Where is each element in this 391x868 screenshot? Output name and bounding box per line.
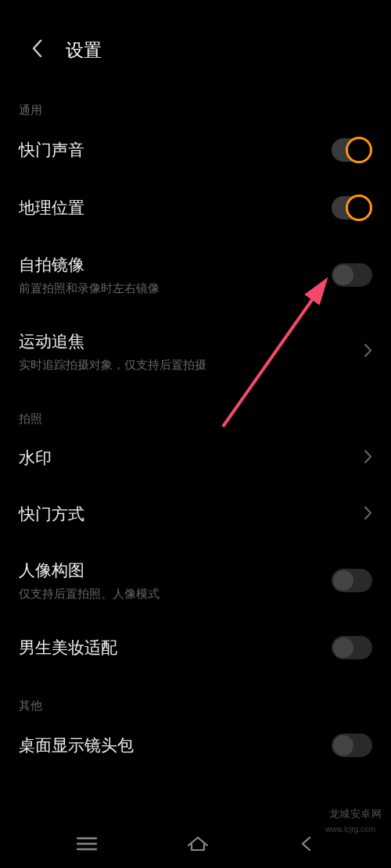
row-motion-track[interactable]: 运动追焦 实时追踪拍摄对象，仅支持后置拍摄 [0,313,391,390]
row-label: 桌面显示镜头包 [19,734,134,756]
row-selfie-mirror[interactable]: 自拍镜像 前置拍照和录像时左右镜像 [0,237,391,313]
row-shutter-sound[interactable]: 快门声音 [0,121,391,179]
row-geolocation[interactable]: 地理位置 [0,179,391,237]
row-watermark[interactable]: 水印 [0,430,391,486]
row-sub: 仅支持后置拍照、人像模式 [19,587,160,602]
row-sub: 实时追踪拍摄对象，仅支持后置拍摄 [19,358,206,373]
row-label: 人像构图 [19,559,160,581]
row-male-beauty[interactable]: 男生美妆适配 [0,619,391,677]
section-header-photo: 拍照 [0,390,391,430]
toggle-desktop-lens[interactable] [332,734,372,757]
row-label: 自拍镜像 [19,254,160,276]
row-label: 水印 [19,447,52,469]
chevron-right-icon [364,343,372,361]
page-title: 设置 [66,38,102,63]
row-desktop-lens[interactable]: 桌面显示镜头包 [0,716,391,774]
section-header-other: 其他 [0,677,391,716]
toggle-shutter-sound[interactable] [332,138,372,162]
toggle-selfie-mirror[interactable] [332,263,372,287]
back-nav-icon[interactable] [297,834,316,853]
toggle-male-beauty[interactable] [332,636,372,659]
row-label: 快门声音 [19,139,84,161]
menu-icon[interactable] [75,835,99,852]
row-label: 运动追焦 [19,330,206,352]
nav-bar [0,820,391,868]
row-portrait-composition[interactable]: 人像构图 仅支持后置拍照、人像模式 [0,542,391,619]
back-icon[interactable] [30,38,45,63]
row-shutter-mode[interactable]: 快门方式 [0,486,391,542]
chevron-right-icon [364,505,372,523]
toggle-geolocation[interactable] [332,196,372,220]
home-icon[interactable] [185,834,210,853]
row-label: 快门方式 [19,503,84,525]
row-label: 地理位置 [19,197,84,219]
row-label: 男生美妆适配 [19,637,117,659]
section-header-general: 通用 [0,81,391,121]
toggle-portrait-composition[interactable] [332,569,372,592]
row-sub: 前置拍照和录像时左右镜像 [19,281,160,296]
chevron-right-icon [364,449,372,467]
